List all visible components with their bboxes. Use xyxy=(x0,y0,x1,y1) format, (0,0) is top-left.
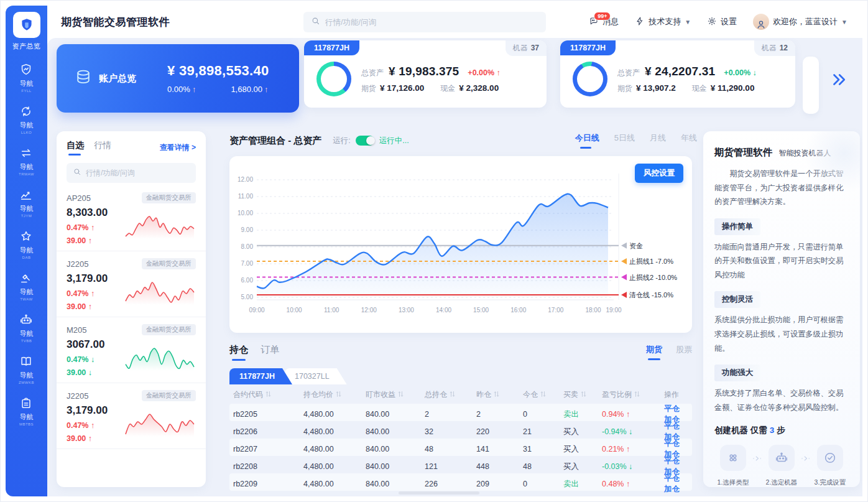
message-count-badge: 99+ xyxy=(594,12,611,21)
sidebar-item-nav-1[interactable]: 导航FYLL xyxy=(19,63,34,93)
column-header-1[interactable]: 持仓均价 xyxy=(303,389,366,400)
column-header-7[interactable]: 盈亏比例 xyxy=(602,389,664,400)
tab-orders[interactable]: 订单 xyxy=(261,344,279,361)
global-search[interactable] xyxy=(303,12,546,32)
quote-item[interactable]: J2205金融期货交易所3,179.000.47% ↑39.00 ↑ xyxy=(57,251,206,317)
account-card[interactable]: 117877JH 机器12 总资产 ¥ 24,2207.31 +0.00% ↓ … xyxy=(560,40,795,108)
quote-item[interactable]: M205金融期货交易所3067.000.47% ↓39.00 ↓ xyxy=(57,317,206,383)
app-logo-icon xyxy=(13,12,40,38)
tab-quotes[interactable]: 行情 xyxy=(94,140,111,156)
quote-item[interactable]: AP205金融期货交易所8,303.000.47% ↑39.00 ↑ xyxy=(57,185,206,251)
total-label: 总资产 xyxy=(361,68,384,78)
cell-code: rb2206 xyxy=(233,427,303,436)
column-header-5[interactable]: 今仓 xyxy=(523,389,563,400)
svg-text:9.00: 9.00 xyxy=(241,226,254,233)
column-header-2[interactable]: 盯市收益 xyxy=(366,389,425,400)
tech-support-menu[interactable]: 技术支持 ▼ xyxy=(635,16,691,28)
sidebar-item-sublabel: MBTBS xyxy=(19,422,34,426)
close-position-link[interactable]: 平仓 xyxy=(664,422,680,430)
range-tabs: 今日线5日线月线年线 xyxy=(575,132,697,149)
sidebar-item-nav-6[interactable]: 导航TWAW xyxy=(19,271,34,301)
quote-price: 3,179.00 xyxy=(67,404,124,417)
column-header-6[interactable]: 买卖 xyxy=(563,389,602,400)
close-position-link[interactable]: 平仓 xyxy=(664,439,680,448)
star-icon xyxy=(19,230,33,243)
market-tab-1[interactable]: 股票 xyxy=(676,344,692,360)
range-tab-2[interactable]: 月线 xyxy=(650,132,666,149)
range-tab-1[interactable]: 5日线 xyxy=(614,132,635,149)
range-tab-0[interactable]: 今日线 xyxy=(575,132,599,149)
account-tab-1[interactable]: 170327LL xyxy=(285,368,347,384)
account-tab-0[interactable]: 117877JH xyxy=(229,368,292,384)
cell-avg-price: 4,480.00 xyxy=(303,480,366,488)
cell-total: 2 xyxy=(425,410,476,419)
summary-pct: 0.00%↑ xyxy=(167,85,196,94)
close-position-link[interactable]: 平仓 xyxy=(664,457,680,465)
summary-label: 账户总览 xyxy=(99,73,136,85)
account-card[interactable]: 117877JH 机器37 总资产 ¥ 19,983.375 +0.00% ↑ … xyxy=(304,40,547,108)
cell-profit: 840.00 xyxy=(366,462,425,471)
promo-panel: 期货管理软件 智能投资机器人 期货交易管理软件是一个开放式智能资管平台，为广大投… xyxy=(703,131,860,487)
tab-watchlist[interactable]: 自选 xyxy=(67,140,84,156)
promo-title: 期货管理软件 xyxy=(714,147,772,157)
user-menu[interactable]: 欢迎你，蓝蓝设计 ▼ xyxy=(753,14,847,30)
svg-text:7.00: 7.00 xyxy=(241,260,254,267)
sidebar-item-nav-2[interactable]: 导航LLKO xyxy=(19,105,34,134)
create-step-1: 1.选择类型 xyxy=(714,445,752,487)
chevron-down-icon: ▼ xyxy=(841,19,847,26)
sidebar-item-nav-3[interactable]: 导航TRMAW xyxy=(19,146,34,176)
watchlist-search[interactable] xyxy=(67,163,196,183)
sidebar-item-nav-7[interactable]: 导航TVBB xyxy=(19,313,34,343)
cell-ratio: 0.48% ↑ xyxy=(602,480,664,488)
market-tab-0[interactable]: 期货 xyxy=(646,344,662,360)
cell-avg-price: 4,480.00 xyxy=(303,427,366,436)
step-label: 2.选定机器 xyxy=(766,478,798,487)
sidebar-item-nav-4[interactable]: 导航TJYM xyxy=(19,188,34,218)
sidebar-item-sublabel: DAB xyxy=(22,256,31,259)
svg-text:11.00: 11.00 xyxy=(238,193,254,200)
sidebar-item-nav-5[interactable]: 导航DAB xyxy=(19,230,34,259)
run-toggle[interactable] xyxy=(356,136,374,146)
table-row: rb22054,480.00840.00220卖出0.94% ↑平仓加仓 xyxy=(229,404,692,421)
column-header-0[interactable]: 合约代码 xyxy=(233,389,303,400)
horizontal-scrollbar[interactable] xyxy=(399,491,479,495)
check-circle-icon xyxy=(817,445,843,471)
close-position-link[interactable]: 平仓 xyxy=(664,404,680,413)
next-cards-button[interactable] xyxy=(829,70,848,89)
close-position-link[interactable]: 平仓 xyxy=(664,474,680,483)
sidebar-item-nav-9[interactable]: 导航MBTBS xyxy=(19,396,34,426)
account-summary-card[interactable]: 账户总览 ¥ 39,898,553.40 0.00%↑ 1,680.00↑ xyxy=(57,44,299,113)
sidebar-item-label: 导航 xyxy=(19,204,33,213)
exchange-badge: 金融期货交易所 xyxy=(142,324,196,335)
quote-pct: 0.47% ↑ xyxy=(67,223,124,232)
cash-label: 现金 xyxy=(692,83,707,94)
search-input[interactable] xyxy=(325,18,538,27)
messages-button[interactable]: 99+ 消息 xyxy=(589,16,619,28)
tab-positions[interactable]: 持仓 xyxy=(229,344,248,361)
view-details-link[interactable]: 查看详情 > xyxy=(160,142,196,153)
chevron-down-icon: ▼ xyxy=(685,19,691,26)
sidebar-item-asset-overview[interactable]: 资产总览 xyxy=(6,12,47,51)
cell-profit: 840.00 xyxy=(366,445,425,453)
cell-side: 买入 xyxy=(563,444,602,455)
watchlist-search-input[interactable] xyxy=(86,169,190,177)
promo-section-2: 功能强大系统支持了黑白名单、交易价格、交易金额、证券仓位等多种交易风险控制。 xyxy=(714,355,849,414)
settings-button[interactable]: 设置 xyxy=(707,16,737,28)
svg-text:5.00: 5.00 xyxy=(241,294,254,300)
add-position-link[interactable]: 加仓 xyxy=(664,485,680,493)
column-header-4[interactable]: 昨仓 xyxy=(476,389,523,400)
range-tab-3[interactable]: 年线 xyxy=(681,132,697,149)
cell-total: 32 xyxy=(425,427,476,436)
column-header-3[interactable]: 总持仓 xyxy=(425,389,476,400)
quote-item[interactable]: J2205金融期货交易所3,179.000.47% ↑39.00 ↑ xyxy=(57,383,206,449)
section-text: 系统提供分批止损功能，用户可根据需求选择交易止损线，可设置多级止损功能。 xyxy=(714,313,849,355)
cell-today: 31 xyxy=(523,445,563,453)
svg-text:09:00: 09:00 xyxy=(249,307,264,314)
sidebar-item-label: 导航 xyxy=(19,412,33,422)
cell-avg-price: 4,480.00 xyxy=(303,462,366,471)
cell-yesterday: 2 xyxy=(476,410,523,419)
svg-text:15:00: 15:00 xyxy=(473,307,489,314)
sidebar-item-nav-8[interactable]: 导航ZMWKB xyxy=(19,355,34,384)
watchlist-panel: 自选 行情 查看详情 > AP205金融期货交易所8,303.000.47% ↑… xyxy=(57,131,206,487)
svg-text:清仓线 -15.0%: 清仓线 -15.0% xyxy=(629,291,673,299)
